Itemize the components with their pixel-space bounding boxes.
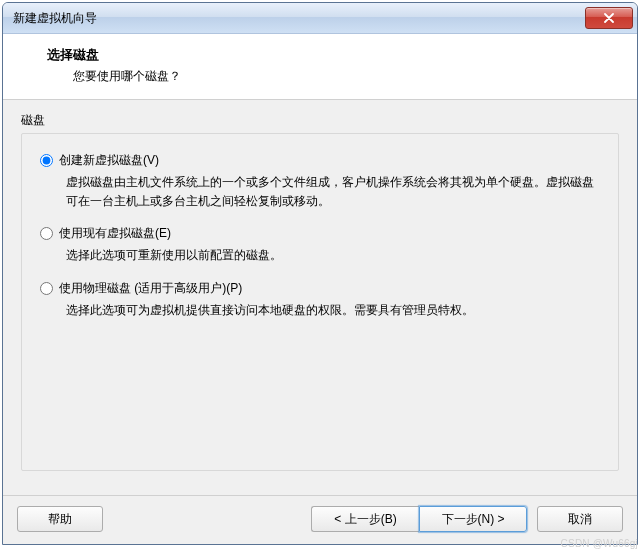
- titlebar: 新建虚拟机向导: [3, 3, 637, 34]
- page-subtitle: 您要使用哪个磁盘？: [73, 68, 617, 85]
- option-create-row[interactable]: 创建新虚拟磁盘(V): [40, 152, 604, 169]
- radio-use-physical-disk[interactable]: [40, 282, 53, 295]
- next-button[interactable]: 下一步(N) >: [419, 506, 527, 532]
- disk-group: 创建新虚拟磁盘(V) 虚拟磁盘由主机文件系统上的一个或多个文件组成，客户机操作系…: [21, 133, 619, 471]
- option-physical-desc: 选择此选项可为虚拟机提供直接访问本地硬盘的权限。需要具有管理员特权。: [66, 301, 602, 320]
- wizard-header: 选择磁盘 您要使用哪个磁盘？: [3, 34, 637, 100]
- radio-use-existing-disk[interactable]: [40, 227, 53, 240]
- help-button[interactable]: 帮助: [17, 506, 103, 532]
- option-create-desc: 虚拟磁盘由主机文件系统上的一个或多个文件组成，客户机操作系统会将其视为单个硬盘。…: [66, 173, 602, 211]
- radio-create-new-disk[interactable]: [40, 154, 53, 167]
- window-title: 新建虚拟机向导: [13, 10, 585, 27]
- nav-button-group: < 上一步(B) 下一步(N) >: [311, 506, 527, 532]
- close-icon: [604, 13, 614, 23]
- content-area: 磁盘 创建新虚拟磁盘(V) 虚拟磁盘由主机文件系统上的一个或多个文件组成，客户机…: [3, 100, 637, 495]
- option-existing-desc: 选择此选项可重新使用以前配置的磁盘。: [66, 246, 602, 265]
- option-create-new-disk: 创建新虚拟磁盘(V) 虚拟磁盘由主机文件系统上的一个或多个文件组成，客户机操作系…: [40, 152, 604, 211]
- back-button[interactable]: < 上一步(B): [311, 506, 419, 532]
- group-label: 磁盘: [21, 112, 619, 129]
- option-existing-row[interactable]: 使用现有虚拟磁盘(E): [40, 225, 604, 242]
- close-button[interactable]: [585, 7, 633, 29]
- option-use-physical-disk: 使用物理磁盘 (适用于高级用户)(P) 选择此选项可为虚拟机提供直接访问本地硬盘…: [40, 280, 604, 320]
- cancel-button[interactable]: 取消: [537, 506, 623, 532]
- option-create-label: 创建新虚拟磁盘(V): [59, 152, 159, 169]
- option-physical-row[interactable]: 使用物理磁盘 (适用于高级用户)(P): [40, 280, 604, 297]
- watermark: CSDN @Wu66gj: [561, 538, 638, 547]
- option-use-existing-disk: 使用现有虚拟磁盘(E) 选择此选项可重新使用以前配置的磁盘。: [40, 225, 604, 265]
- wizard-window: 新建虚拟机向导 选择磁盘 您要使用哪个磁盘？ 磁盘 创建新虚拟磁盘(V) 虚拟磁…: [2, 2, 638, 545]
- page-title: 选择磁盘: [47, 46, 617, 64]
- option-existing-label: 使用现有虚拟磁盘(E): [59, 225, 171, 242]
- option-physical-label: 使用物理磁盘 (适用于高级用户)(P): [59, 280, 242, 297]
- wizard-footer: 帮助 < 上一步(B) 下一步(N) > 取消: [3, 495, 637, 544]
